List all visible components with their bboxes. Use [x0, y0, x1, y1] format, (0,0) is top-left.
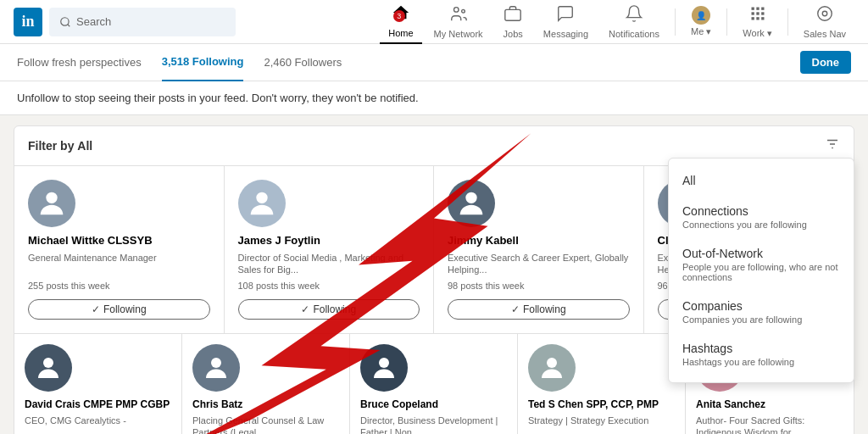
- nav-notifications[interactable]: Notifications: [600, 0, 668, 44]
- name-jimmy: Jimmy Kabell: [448, 234, 519, 248]
- title-james: Director of Social Media , Marketing and…: [238, 252, 420, 276]
- card-david: David Crais CMPE PMP CGBP CEO, CMG Carea…: [14, 334, 182, 434]
- linkedin-logo[interactable]: in: [14, 8, 42, 36]
- avatar-james: [238, 180, 286, 227]
- avatar-bruce: [360, 344, 408, 392]
- svg-point-0: [61, 17, 69, 25]
- notifications-icon: [625, 4, 643, 27]
- svg-rect-13: [761, 17, 764, 19]
- work-label: Work ▾: [743, 28, 772, 39]
- filter-settings-icon[interactable]: [825, 136, 840, 155]
- svg-point-20: [256, 192, 267, 203]
- title-david: CEO, CMG Carealytics -: [25, 415, 171, 426]
- sales-nav-icon: [815, 4, 834, 27]
- svg-point-23: [43, 358, 53, 368]
- svg-point-25: [379, 358, 389, 368]
- svg-point-2: [453, 8, 459, 13]
- svg-rect-8: [751, 12, 754, 14]
- avatar-michael: [28, 180, 75, 227]
- card-michael: Michael Wittke CLSSYB General Maintenanc…: [14, 166, 225, 334]
- sales-nav-label: Sales Nav: [804, 29, 846, 39]
- svg-rect-11: [751, 17, 754, 19]
- nav-work[interactable]: Work ▾: [734, 0, 781, 44]
- nav-sales-nav[interactable]: Sales Nav: [795, 0, 854, 44]
- messaging-icon: [556, 4, 575, 27]
- follow-btn-jimmy[interactable]: ✓ Following: [448, 299, 630, 320]
- jobs-label: Jobs: [504, 29, 523, 39]
- work-icon: [749, 5, 766, 26]
- svg-point-14: [818, 7, 832, 21]
- card-james: James J Foytlin Director of Social Media…: [225, 166, 435, 334]
- svg-rect-10: [761, 12, 764, 14]
- done-button[interactable]: Done: [800, 51, 852, 74]
- avatar-chris: [192, 344, 240, 392]
- nav-divider: [675, 8, 676, 36]
- nav-divider-3: [787, 8, 788, 36]
- title-jimmy: Executive Search & Career Expert, Global…: [448, 252, 630, 276]
- svg-line-1: [68, 24, 70, 26]
- nav-me[interactable]: 👤 Me ▾: [682, 0, 720, 44]
- name-david: David Crais CMPE PMP CGBP: [25, 398, 171, 412]
- home-icon: 3: [392, 3, 410, 26]
- my-network-icon: [449, 4, 468, 27]
- dropdown-item-out-of-network[interactable]: Out-of-Network People you are following,…: [669, 238, 854, 291]
- info-bar: Unfollow to stop seeing their posts in y…: [0, 81, 868, 115]
- name-james: James J Foytlin: [238, 234, 321, 248]
- follow-btn-michael[interactable]: ✓ Following: [28, 299, 210, 320]
- avatar-jimmy: [448, 180, 495, 227]
- svg-point-19: [46, 192, 57, 203]
- card-chris: Chris Batz Placing General Counsel & Law…: [182, 334, 350, 434]
- search-placeholder: Search: [76, 15, 111, 28]
- search-bar[interactable]: Search: [49, 8, 236, 36]
- sub-nav-following[interactable]: 3,518 Following: [162, 44, 244, 81]
- me-label: Me ▾: [691, 26, 711, 37]
- svg-point-21: [465, 192, 476, 203]
- nav-messaging[interactable]: Messaging: [535, 0, 597, 44]
- name-ted: Ted S Chen SPP, CCP, PMP: [528, 398, 675, 412]
- card-jimmy: Jimmy Kabell Executive Search & Career E…: [434, 166, 644, 334]
- nav-divider-2: [726, 8, 727, 36]
- search-icon: [59, 16, 71, 28]
- avatar-ted: [528, 344, 576, 392]
- svg-point-24: [211, 358, 221, 368]
- card-ted: Ted S Chen SPP, CCP, PMP Strategy | Stra…: [518, 334, 686, 434]
- follow-btn-james[interactable]: ✓ Following: [238, 299, 420, 320]
- nav-jobs[interactable]: Jobs: [495, 0, 531, 44]
- top-nav: in Search 3 Home My Network: [0, 0, 868, 44]
- home-label: Home: [388, 28, 413, 38]
- posts-jimmy: 98 posts this week: [448, 281, 525, 291]
- title-michael: General Maintenance Manager: [28, 252, 157, 276]
- notifications-label: Notifications: [609, 29, 659, 39]
- filter-label: Filter by All: [28, 139, 92, 153]
- posts-james: 108 posts this week: [238, 281, 320, 291]
- nav-items: 3 Home My Network Jobs Messagi: [380, 0, 854, 44]
- name-anita: Anita Sanchez: [696, 398, 843, 412]
- sub-nav: Follow fresh perspectives 3,518 Followin…: [0, 44, 868, 81]
- svg-rect-9: [756, 12, 759, 14]
- dropdown-item-connections[interactable]: Connections Connections you are followin…: [669, 196, 854, 238]
- dropdown-item-hashtags[interactable]: Hashtags Hashtags you are following: [669, 333, 854, 376]
- svg-point-15: [822, 11, 827, 16]
- svg-rect-4: [505, 9, 520, 20]
- posts-michael: 255 posts this week: [28, 281, 110, 291]
- svg-rect-5: [751, 7, 754, 9]
- sub-nav-fresh[interactable]: Follow fresh perspectives: [17, 44, 142, 81]
- avatar-david: [25, 344, 72, 392]
- me-icon: 👤: [692, 6, 710, 25]
- title-chris: Placing General Counsel & Law Partners (…: [192, 415, 339, 434]
- messaging-label: Messaging: [543, 29, 588, 39]
- dropdown-item-all[interactable]: All: [669, 165, 854, 196]
- card-bruce: Bruce Copeland Director, Business Develo…: [350, 334, 518, 434]
- sub-nav-followers[interactable]: 2,460 Followers: [264, 44, 342, 81]
- title-anita: Author- Four Sacred Gifts: Indigenous Wi…: [696, 415, 843, 434]
- svg-point-3: [461, 9, 465, 13]
- main-content: Filter by All Michael Wittke CLSSYB Gen: [0, 115, 868, 434]
- svg-rect-12: [756, 17, 759, 19]
- dropdown-item-companies[interactable]: Companies Companies you are following: [669, 291, 854, 333]
- nav-my-network[interactable]: My Network: [426, 0, 492, 44]
- title-bruce: Director, Business Development | Father …: [360, 415, 507, 434]
- svg-rect-7: [761, 7, 764, 9]
- nav-home[interactable]: 3 Home: [380, 0, 421, 44]
- my-network-label: My Network: [434, 29, 483, 39]
- svg-rect-6: [756, 7, 759, 9]
